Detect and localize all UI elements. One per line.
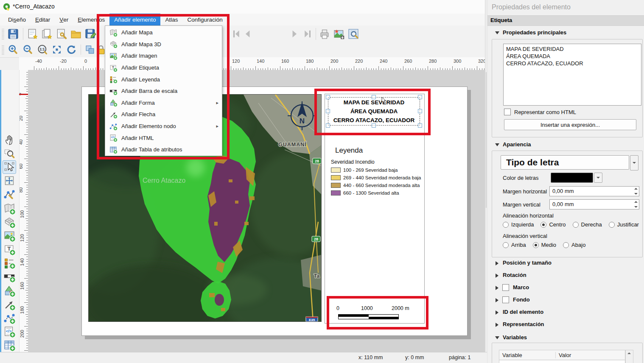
- zoom-actual-button[interactable]: 1:1: [36, 44, 48, 56]
- margin-v-spinbox[interactable]: 0,00 mm: [549, 199, 639, 209]
- insert-expression-button[interactable]: Insertar una expresión...: [504, 119, 636, 130]
- background-checkbox[interactable]: [502, 296, 509, 303]
- add-scalebar-button[interactable]: [3, 270, 16, 283]
- previous-page-button[interactable]: [241, 28, 254, 40]
- radio-abajo[interactable]: Abajo: [563, 242, 585, 248]
- font-color-dropdown-button[interactable]: [594, 173, 602, 183]
- frame-checkbox[interactable]: [502, 284, 509, 291]
- export-report-button[interactable]: [347, 28, 360, 40]
- add-html-button[interactable]: </>: [3, 325, 16, 338]
- section-position-size[interactable]: Posición y tamaño: [503, 260, 552, 266]
- group-items-button[interactable]: [84, 44, 96, 56]
- section-frame[interactable]: Marco: [513, 284, 529, 290]
- legend-swatch: [331, 183, 341, 188]
- road-shield: 28: [313, 158, 321, 164]
- save-as-template-button[interactable]: [84, 28, 97, 40]
- title-bar: *Cerro_Atacazo: [0, 0, 487, 14]
- collapse-arrow-icon[interactable]: [495, 143, 499, 146]
- select-move-item-button[interactable]: [3, 161, 16, 173]
- zoom-in-button[interactable]: [7, 44, 19, 56]
- zoom-full-button[interactable]: [51, 44, 63, 56]
- add-arrow-button[interactable]: [3, 298, 16, 311]
- collapse-arrow-icon[interactable]: [495, 31, 499, 34]
- radio-medio[interactable]: Medio: [533, 242, 556, 248]
- margin-h-spinbox[interactable]: 0,00 mm: [549, 186, 639, 196]
- add-node-item-button[interactable]: [3, 312, 16, 324]
- legend-item: 269 - 440 Severidad moderada baja: [331, 174, 421, 181]
- zoom-out-button[interactable]: [22, 44, 34, 56]
- collapse-arrow-icon[interactable]: [495, 336, 499, 339]
- variables-scrollbar[interactable]: [625, 350, 633, 363]
- add-map-button[interactable]: [3, 202, 16, 215]
- add-shape-button[interactable]: [3, 285, 16, 297]
- edit-nodes-button[interactable]: [3, 188, 16, 201]
- radio-arriba[interactable]: Arriba: [503, 242, 526, 248]
- radio-justificar[interactable]: Justificar: [609, 221, 639, 228]
- svg-text:1:1: 1:1: [39, 47, 45, 51]
- menu-editar[interactable]: Editar: [31, 14, 55, 25]
- add-legend-button[interactable]: [3, 257, 16, 269]
- expand-arrow-icon[interactable]: [496, 261, 498, 265]
- expand-arrow-icon[interactable]: [496, 310, 498, 315]
- qgis-logo-icon: [3, 3, 11, 11]
- radio-centro[interactable]: Centro: [540, 221, 566, 228]
- svg-text:28: 28: [314, 237, 318, 241]
- radio-label: Centro: [549, 221, 566, 228]
- duplicate-layout-button[interactable]: [41, 28, 53, 40]
- h-align-radio-group: IzquierdaCentroDerechaJustificar: [503, 221, 644, 228]
- section-rotation[interactable]: Rotación: [503, 272, 526, 278]
- radio-circle-icon: [503, 222, 509, 228]
- section-background[interactable]: Fondo: [513, 296, 530, 303]
- margin-h-label: Margen horizontal: [503, 188, 547, 195]
- variables-table[interactable]: Variable Valor: [499, 350, 625, 363]
- section-appearance[interactable]: Apariencia: [503, 141, 531, 148]
- font-button[interactable]: Tipo de letra: [501, 155, 629, 170]
- legend-swatch: [331, 175, 341, 180]
- save-layout-button[interactable]: [7, 28, 20, 40]
- font-color-swatch[interactable]: [551, 173, 593, 183]
- expand-arrow-icon[interactable]: [496, 286, 498, 290]
- road-shield: 28: [312, 236, 320, 242]
- label-text-input[interactable]: MAPA DE SEVERIDAD ÁREA QUEMADA CERRO ATA…: [503, 44, 641, 106]
- svg-text:E35: E35: [309, 318, 315, 322]
- add-image-button[interactable]: [3, 229, 16, 242]
- render-html-checkbox[interactable]: [504, 109, 511, 115]
- section-item-id[interactable]: ID del elemento: [503, 309, 543, 315]
- expand-arrow-icon[interactable]: [496, 323, 498, 327]
- refresh-button[interactable]: [65, 44, 77, 56]
- move-item-content-button[interactable]: [3, 174, 16, 187]
- layout-manager-button[interactable]: [55, 28, 68, 40]
- new-layout-button[interactable]: [26, 28, 39, 40]
- pan-tool-button[interactable]: [3, 134, 16, 146]
- appearance-group: Tipo de letra Color de letras Margen hor…: [492, 151, 643, 257]
- highlight-rect-title: [314, 89, 431, 135]
- highlight-rect-menu: [97, 14, 230, 159]
- radio-derecha[interactable]: Derecha: [573, 221, 602, 228]
- expand-arrow-icon[interactable]: [496, 274, 498, 278]
- export-image-button[interactable]: [333, 28, 345, 40]
- section-main-properties[interactable]: Propiedades principales: [503, 29, 566, 36]
- zoom-tool-button[interactable]: [3, 147, 16, 160]
- expand-arrow-icon[interactable]: [496, 298, 498, 302]
- add-map3d-button[interactable]: [3, 216, 16, 229]
- radio-label: Abajo: [571, 242, 585, 248]
- radio-label: Derecha: [581, 221, 602, 228]
- font-dropdown-button[interactable]: [630, 155, 638, 170]
- open-template-button[interactable]: [70, 28, 82, 40]
- section-variables[interactable]: Variables: [503, 334, 527, 341]
- next-page-button[interactable]: [288, 28, 301, 40]
- menu-dise-o[interactable]: Diseño: [3, 14, 31, 25]
- last-page-button[interactable]: [301, 28, 314, 40]
- radio-izquierda[interactable]: Izquierda: [503, 221, 534, 228]
- margin-v-label: Margen vertical: [503, 201, 540, 208]
- section-rendering[interactable]: Representación: [503, 321, 544, 327]
- qgis-layout-window: *Cerro_Atacazo DiseñoEditarVerElementosA…: [0, 0, 644, 363]
- add-label-button[interactable]: T: [3, 243, 16, 256]
- print-button[interactable]: [318, 28, 331, 40]
- menu-bar: DiseñoEditarVerElementosAñadir elementoA…: [0, 14, 487, 25]
- render-html-label: Representar como HTML: [514, 109, 576, 115]
- item-type-header: Etiqueta: [487, 15, 644, 26]
- menu-ver[interactable]: Ver: [55, 14, 73, 25]
- add-attribute-table-button[interactable]: [3, 339, 16, 352]
- font-color-label: Color de letras: [503, 175, 539, 181]
